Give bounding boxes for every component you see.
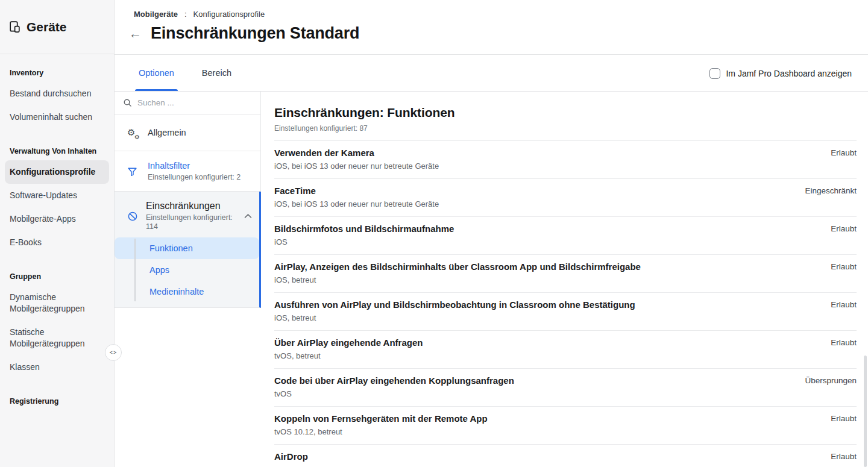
- panel-group-children: Funktionen Apps Medieninhalte: [115, 237, 259, 307]
- options-panel: ⚙⚙ Allgemein Inhaltsfilter Einstellungen…: [115, 92, 261, 308]
- sidebar-item-klassen[interactable]: Klassen: [0, 356, 114, 379]
- setting-row[interactable]: Ausführen von AirPlay und Bildschirmbeob…: [274, 293, 857, 331]
- setting-sub: tvOS, betreut: [274, 351, 423, 361]
- page-header: Mobilgeräte : Konfigurationsprofile ← Ei…: [115, 0, 868, 55]
- sidebar-section-verwaltung: Verwaltung Von Inhalten: [0, 129, 114, 160]
- setting-title: AirPlay, Anzeigen des Bildschirminhalts …: [274, 261, 641, 272]
- search-input[interactable]: [137, 98, 252, 107]
- settings-content: Einschränkungen: Funktionen Einstellunge…: [261, 92, 868, 467]
- setting-row[interactable]: Verwenden der Kamera iOS, bei iOS 13 ode…: [274, 141, 857, 179]
- app-title: Geräte: [27, 20, 67, 34]
- content-header: Einschränkungen: Funktionen Einstellunge…: [274, 92, 857, 141]
- setting-value: Erlaubt: [831, 413, 857, 423]
- setting-row[interactable]: Koppeln von Fernsehgeräten mit der Remot…: [274, 407, 857, 445]
- back-arrow-icon[interactable]: ←: [129, 27, 142, 40]
- tab-strip: Optionen Bereich Im Jamf Pro Dashboard a…: [115, 55, 868, 92]
- funnel-icon: [127, 166, 139, 177]
- setting-value: Erlaubt: [831, 261, 857, 271]
- app-header: Geräte: [0, 0, 114, 54]
- panel-item-einschraenkungen[interactable]: Einschränkungen Einstellungen konfigurie…: [115, 192, 259, 237]
- prohibit-icon: [127, 211, 138, 222]
- panel-item-label: Einschränkungen: [146, 201, 221, 211]
- panel-child-medieninhalte[interactable]: Medieninhalte: [115, 281, 259, 302]
- setting-value: Übersprungen: [805, 375, 857, 385]
- tab-bereich[interactable]: Bereich: [202, 55, 231, 91]
- dashboard-checkbox-row: Im Jamf Pro Dashboard anzeigen: [709, 55, 852, 92]
- setting-sub: tvOS 10.12, betreut: [274, 427, 488, 437]
- gears-icon: ⚙⚙: [127, 127, 139, 138]
- setting-sub: iOS, bei iOS 13 oder neuer nur betreute …: [274, 161, 439, 171]
- sidebar-collapse-handle[interactable]: <>: [105, 344, 122, 361]
- setting-title: Ausführen von AirPlay und Bildschirmbeob…: [274, 299, 635, 310]
- breadcrumb-separator: :: [184, 10, 187, 19]
- setting-title: AirDrop: [274, 451, 316, 462]
- panel-item-inhaltsfilter[interactable]: Inhaltsfilter Einstellungen konfiguriert…: [115, 151, 261, 192]
- scrollbar-thumb[interactable]: [864, 356, 867, 467]
- page-title: Einschränkungen Standard: [151, 24, 359, 43]
- panel-child-apps[interactable]: Apps: [115, 259, 259, 281]
- dashboard-checkbox-label: Im Jamf Pro Dashboard anzeigen: [726, 69, 852, 78]
- setting-sub: iOS, betreut: [274, 275, 641, 285]
- tab-optionen[interactable]: Optionen: [139, 55, 174, 91]
- setting-value: Erlaubt: [831, 147, 857, 157]
- chevron-up-icon[interactable]: [244, 213, 253, 219]
- sidebar-item-dynamische-mobilgeraetegruppen[interactable]: Dynamische Mobilgerätegruppen: [0, 286, 114, 321]
- setting-value: Erlaubt: [831, 337, 857, 347]
- content-heading: Einschränkungen: Funktionen: [274, 105, 857, 120]
- sidebar-section-registrierung: Registrierung: [0, 379, 114, 410]
- content-subheading: Einstellungen konfiguriert: 87: [274, 124, 857, 133]
- setting-title: Über AirPlay eingehende Anfragen: [274, 337, 423, 348]
- dashboard-checkbox[interactable]: [709, 68, 720, 79]
- sidebar-item-konfigurationsprofile[interactable]: Konfigurationsprofile: [5, 160, 109, 184]
- panel-item-allgemein[interactable]: ⚙⚙ Allgemein: [115, 114, 261, 151]
- sidebar-item-software-updates[interactable]: Software-Updates: [0, 184, 114, 207]
- setting-title: Bildschirmfotos und Bildschirmaufnahme: [274, 223, 454, 234]
- setting-sub: tvOS: [274, 389, 514, 399]
- collapse-icon: <>: [110, 349, 118, 356]
- setting-sub: iOS: [274, 237, 454, 247]
- sidebar-item-mobilgeraete-apps[interactable]: Mobilgeräte-Apps: [0, 207, 114, 231]
- setting-value: Erlaubt: [831, 299, 857, 309]
- devices-icon: [8, 20, 21, 33]
- sidebar-section-inventory: Inventory: [0, 54, 114, 82]
- panel-item-sub: Einstellungen konfiguriert: 114: [146, 213, 236, 231]
- setting-row[interactable]: Code bei über AirPlay eingehenden Kopplu…: [274, 369, 857, 407]
- setting-row[interactable]: AirPlay, Anzeigen des Bildschirminhalts …: [274, 255, 857, 293]
- setting-title: Verwenden der Kamera: [274, 147, 439, 158]
- setting-row[interactable]: AirDrop iOS, betreut Erlaubt: [274, 445, 857, 467]
- indent-guide: [134, 239, 136, 301]
- setting-sub: iOS, bei iOS 13 oder neuer nur betreute …: [274, 199, 439, 209]
- breadcrumb: Mobilgeräte : Konfigurationsprofile: [134, 10, 265, 19]
- panel-item-sub: Einstellungen konfiguriert: 2: [148, 173, 241, 182]
- setting-title: Koppeln von Fernsehgeräten mit der Remot…: [274, 413, 488, 424]
- setting-row[interactable]: Bildschirmfotos und Bildschirmaufnahme i…: [274, 217, 857, 255]
- setting-title: FaceTime: [274, 185, 439, 196]
- setting-value: Erlaubt: [831, 223, 857, 233]
- setting-value: Eingeschränkt: [805, 185, 857, 195]
- panel-search-row: [115, 92, 261, 114]
- setting-row[interactable]: Über AirPlay eingehende Anfragen tvOS, b…: [274, 331, 857, 369]
- sidebar-item-bestand-durchsuchen[interactable]: Bestand durchsuchen: [0, 82, 114, 105]
- breadcrumb-page[interactable]: Konfigurationsprofile: [193, 10, 265, 19]
- sidebar-section-gruppen: Gruppen: [0, 254, 114, 286]
- sidebar-item-volumeninhalt-suchen[interactable]: Volumeninhalt suchen: [0, 105, 114, 129]
- app-sidebar: Geräte Inventory Bestand durchsuchen Vol…: [0, 0, 115, 467]
- sidebar-nav: Inventory Bestand durchsuchen Volumeninh…: [0, 54, 114, 410]
- setting-value: Erlaubt: [831, 451, 857, 461]
- sidebar-item-e-books[interactable]: E-Books: [0, 231, 114, 254]
- panel-item-label: Allgemein: [148, 128, 186, 137]
- panel-group-einschraenkungen: Einschränkungen Einstellungen konfigurie…: [115, 192, 261, 308]
- breadcrumb-section[interactable]: Mobilgeräte: [134, 10, 178, 19]
- setting-row[interactable]: FaceTime iOS, bei iOS 13 oder neuer nur …: [274, 179, 857, 217]
- panel-item-label: Inhaltsfilter: [148, 161, 190, 171]
- setting-sub: iOS, betreut: [274, 313, 635, 323]
- panel-child-funktionen[interactable]: Funktionen: [115, 237, 259, 259]
- sidebar-item-statische-mobilgeraetegruppen[interactable]: Statische Mobilgerätegruppen: [0, 321, 114, 356]
- search-icon: [123, 98, 132, 107]
- setting-title: Code bei über AirPlay eingehenden Kopplu…: [274, 375, 514, 386]
